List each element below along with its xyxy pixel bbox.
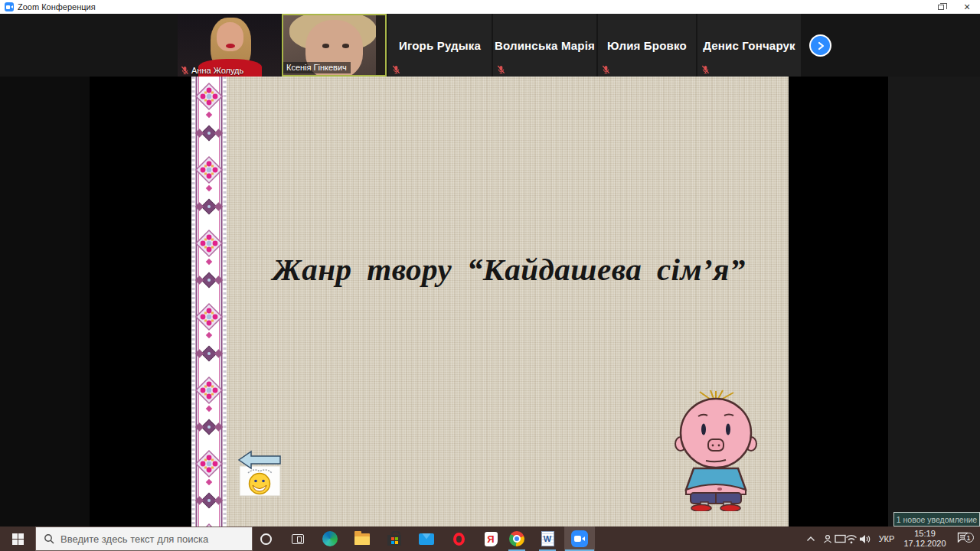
zoom-icon [571, 530, 588, 547]
folder-icon [354, 533, 370, 545]
tray-date: 17.12.2020 [903, 539, 946, 549]
participant-name: Денис Гончарук [697, 39, 801, 52]
close-window-button[interactable]: × [954, 0, 980, 14]
cartoon-boy-image [672, 389, 760, 511]
search-icon [44, 533, 54, 544]
muted-mic-icon [497, 65, 505, 74]
window-titlebar: Zoom Конференция × [0, 0, 980, 14]
restore-icon [938, 5, 944, 10]
word-icon: W [541, 531, 554, 546]
participant-name: Волинська Марія [493, 39, 596, 52]
store-icon [387, 535, 401, 546]
right-black-panel [888, 77, 980, 527]
embroidery-ornament-border [191, 77, 227, 527]
microsoft-store-button[interactable] [379, 527, 410, 551]
zoom-taskbar-button[interactable] [564, 527, 595, 551]
tray-show-hidden-icons[interactable] [802, 527, 819, 551]
next-participants-button[interactable] [809, 34, 831, 57]
windows-logo-icon [12, 533, 24, 545]
notification-tooltip: 1 новое уведомление [893, 512, 980, 527]
notification-count-badge: 1 [964, 533, 974, 543]
muted-mic-icon [701, 65, 710, 74]
edge-button[interactable] [315, 527, 345, 551]
participant-name: Анна Жолудь [191, 66, 243, 75]
cortana-icon [260, 533, 272, 545]
window-title: Zoom Конференция [18, 2, 96, 11]
chevron-up-icon [806, 536, 815, 542]
tray-volume-button[interactable] [855, 527, 874, 551]
start-button[interactable] [0, 527, 35, 551]
mail-button[interactable] [411, 527, 442, 551]
chrome-icon [509, 531, 524, 546]
participant-video-anna[interactable]: Анна Жолудь [178, 14, 280, 77]
participant-tile-igor[interactable]: Игорь Рудыка [388, 14, 492, 77]
shared-screen-area: Жанр твору “Кайдашева сім’я” [0, 77, 980, 527]
muted-mic-icon [181, 66, 189, 75]
search-input[interactable] [60, 533, 233, 545]
muted-mic-icon [602, 65, 610, 74]
opera-button[interactable] [443, 527, 474, 551]
restore-window-button[interactable] [928, 0, 954, 14]
tray-time: 15:19 [903, 529, 946, 539]
chrome-button[interactable] [501, 527, 532, 551]
action-center-button[interactable]: 1 [952, 527, 973, 551]
file-explorer-button[interactable] [347, 527, 377, 551]
left-black-panel [0, 77, 90, 527]
participant-tile-denys[interactable]: Денис Гончарук [697, 14, 801, 77]
task-view-icon [292, 534, 304, 544]
zoom-app-icon [5, 2, 14, 11]
muted-mic-icon [392, 65, 400, 74]
participant-name: Ксенія Гінкевич [283, 62, 351, 73]
edge-icon [322, 531, 338, 546]
participant-name: Игорь Рудыка [388, 39, 492, 52]
language-indicator: УКР [879, 534, 895, 543]
tray-clock[interactable]: 15:19 17.12.2020 [900, 527, 950, 551]
taskbar-search[interactable] [35, 527, 253, 551]
task-view-button[interactable] [283, 527, 313, 551]
slide-title: Жанр твору “Кайдашева сім’я” [237, 251, 781, 288]
chevron-right-icon [816, 41, 825, 51]
cortana-button[interactable] [250, 527, 281, 551]
taskbar: Я W [0, 527, 980, 551]
participant-tile-yuliya[interactable]: Юлия Бровко [598, 14, 696, 77]
participants-strip: Анна Жолудь Ксенія Гінкевич Игорь Рудыка… [0, 14, 980, 77]
participant-name: Юлия Бровко [598, 39, 696, 52]
presentation-slide: Жанр твору “Кайдашева сім’я” [191, 77, 789, 527]
participant-video-kseniia[interactable]: Ксенія Гінкевич [282, 14, 387, 77]
participant-tile-volynska[interactable]: Волинська Марія [493, 14, 596, 77]
word-button[interactable]: W [532, 527, 563, 551]
volume-icon [859, 534, 871, 544]
tray-language-button[interactable]: УКР [874, 527, 900, 551]
back-arrow-smiley-image [237, 449, 282, 497]
yandex-browser-icon: Я [485, 532, 498, 546]
opera-icon [453, 533, 465, 546]
mail-icon [419, 533, 434, 545]
